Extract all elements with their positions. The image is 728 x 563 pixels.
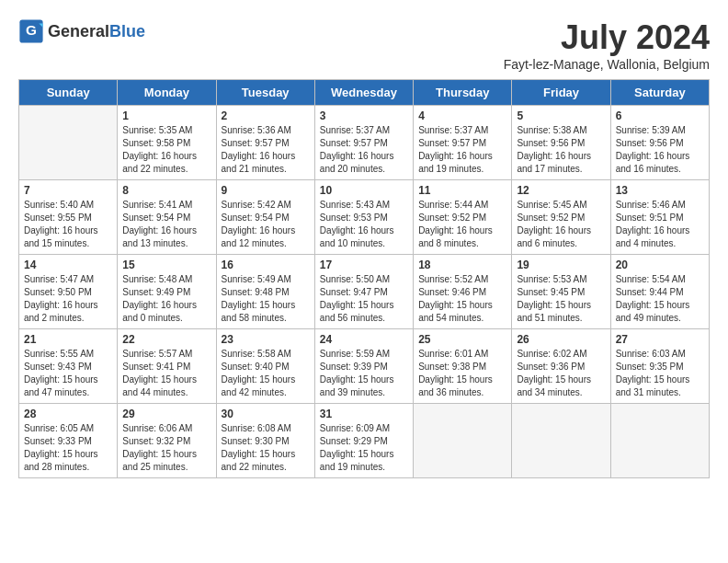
calendar-body: 1Sunrise: 5:35 AM Sunset: 9:58 PM Daylig… xyxy=(19,106,710,478)
calendar-cell xyxy=(610,404,709,478)
calendar-cell: 16Sunrise: 5:49 AM Sunset: 9:48 PM Dayli… xyxy=(216,255,314,329)
day-number: 21 xyxy=(24,333,112,346)
day-info: Sunrise: 5:35 AM Sunset: 9:58 PM Dayligh… xyxy=(122,124,210,176)
calendar-cell: 24Sunrise: 5:59 AM Sunset: 9:39 PM Dayli… xyxy=(314,329,413,404)
logo-text-general: General xyxy=(48,22,109,40)
day-number: 11 xyxy=(418,184,506,197)
calendar-cell: 23Sunrise: 5:58 AM Sunset: 9:40 PM Dayli… xyxy=(216,329,314,404)
calendar-cell: 14Sunrise: 5:47 AM Sunset: 9:50 PM Dayli… xyxy=(19,255,118,329)
day-info: Sunrise: 5:46 AM Sunset: 9:51 PM Dayligh… xyxy=(616,199,704,250)
day-info: Sunrise: 5:43 AM Sunset: 9:53 PM Dayligh… xyxy=(320,199,408,250)
calendar-header: SundayMondayTuesdayWednesdayThursdayFrid… xyxy=(19,80,710,106)
day-number: 20 xyxy=(616,259,704,271)
header-day-tuesday: Tuesday xyxy=(216,80,314,106)
title-block: July 2024 Fayt-lez-Manage, Wallonia, Bel… xyxy=(504,18,710,72)
day-number: 26 xyxy=(517,333,605,346)
day-number: 10 xyxy=(320,184,408,197)
calendar-cell: 10Sunrise: 5:43 AM Sunset: 9:53 PM Dayli… xyxy=(314,180,413,255)
day-info: Sunrise: 5:37 AM Sunset: 9:57 PM Dayligh… xyxy=(418,124,506,176)
calendar-cell: 22Sunrise: 5:57 AM Sunset: 9:41 PM Dayli… xyxy=(118,329,216,404)
day-number: 3 xyxy=(320,109,408,122)
day-info: Sunrise: 5:52 AM Sunset: 9:46 PM Dayligh… xyxy=(418,273,506,325)
header-day-saturday: Saturday xyxy=(610,80,709,106)
calendar-cell xyxy=(512,404,610,478)
calendar-title: July 2024 xyxy=(504,18,710,57)
day-number: 1 xyxy=(122,109,210,122)
calendar-cell: 5Sunrise: 5:38 AM Sunset: 9:56 PM Daylig… xyxy=(512,106,610,180)
calendar-cell: 27Sunrise: 6:03 AM Sunset: 9:35 PM Dayli… xyxy=(610,329,709,404)
calendar-table: SundayMondayTuesdayWednesdayThursdayFrid… xyxy=(18,79,710,478)
day-number: 8 xyxy=(122,184,210,197)
calendar-cell xyxy=(19,106,118,180)
day-number: 23 xyxy=(222,333,310,346)
calendar-cell: 3Sunrise: 5:37 AM Sunset: 9:57 PM Daylig… xyxy=(314,106,413,180)
header-day-thursday: Thursday xyxy=(414,80,512,106)
header-day-friday: Friday xyxy=(512,80,610,106)
day-number: 22 xyxy=(122,333,210,346)
day-info: Sunrise: 5:55 AM Sunset: 9:43 PM Dayligh… xyxy=(24,348,112,399)
day-number: 24 xyxy=(320,333,408,346)
day-number: 17 xyxy=(320,259,408,271)
day-info: Sunrise: 6:01 AM Sunset: 9:38 PM Dayligh… xyxy=(418,348,506,399)
header-day-sunday: Sunday xyxy=(19,80,118,106)
day-info: Sunrise: 5:41 AM Sunset: 9:54 PM Dayligh… xyxy=(122,199,210,250)
calendar-cell: 2Sunrise: 5:36 AM Sunset: 9:57 PM Daylig… xyxy=(216,106,314,180)
day-info: Sunrise: 6:02 AM Sunset: 9:36 PM Dayligh… xyxy=(517,348,605,399)
day-number: 25 xyxy=(418,333,506,346)
logo: G GeneralBlue xyxy=(18,18,145,44)
day-info: Sunrise: 5:36 AM Sunset: 9:57 PM Dayligh… xyxy=(222,124,310,176)
calendar-week-5: 28Sunrise: 6:05 AM Sunset: 9:33 PM Dayli… xyxy=(19,404,710,478)
day-number: 15 xyxy=(122,259,210,271)
day-number: 31 xyxy=(320,408,408,420)
calendar-cell: 21Sunrise: 5:55 AM Sunset: 9:43 PM Dayli… xyxy=(19,329,118,404)
page-header: G GeneralBlue July 2024 Fayt-lez-Manage,… xyxy=(18,18,710,72)
day-number: 6 xyxy=(616,109,704,122)
calendar-cell: 18Sunrise: 5:52 AM Sunset: 9:46 PM Dayli… xyxy=(414,255,512,329)
day-number: 5 xyxy=(517,109,605,122)
calendar-cell: 26Sunrise: 6:02 AM Sunset: 9:36 PM Dayli… xyxy=(512,329,610,404)
day-number: 12 xyxy=(517,184,605,197)
day-number: 27 xyxy=(616,333,704,346)
day-number: 4 xyxy=(418,109,506,122)
day-info: Sunrise: 5:39 AM Sunset: 9:56 PM Dayligh… xyxy=(616,124,704,176)
calendar-week-3: 14Sunrise: 5:47 AM Sunset: 9:50 PM Dayli… xyxy=(19,255,710,329)
day-info: Sunrise: 5:54 AM Sunset: 9:44 PM Dayligh… xyxy=(616,273,704,325)
day-info: Sunrise: 5:53 AM Sunset: 9:45 PM Dayligh… xyxy=(517,273,605,325)
calendar-cell: 31Sunrise: 6:09 AM Sunset: 9:29 PM Dayli… xyxy=(314,404,413,478)
calendar-cell: 19Sunrise: 5:53 AM Sunset: 9:45 PM Dayli… xyxy=(512,255,610,329)
day-info: Sunrise: 5:48 AM Sunset: 9:49 PM Dayligh… xyxy=(122,273,210,325)
day-info: Sunrise: 5:57 AM Sunset: 9:41 PM Dayligh… xyxy=(122,348,210,399)
day-info: Sunrise: 5:45 AM Sunset: 9:52 PM Dayligh… xyxy=(517,199,605,250)
calendar-cell: 20Sunrise: 5:54 AM Sunset: 9:44 PM Dayli… xyxy=(610,255,709,329)
header-day-monday: Monday xyxy=(118,80,216,106)
day-number: 19 xyxy=(517,259,605,271)
day-info: Sunrise: 6:09 AM Sunset: 9:29 PM Dayligh… xyxy=(320,422,408,474)
day-number: 28 xyxy=(24,408,112,420)
calendar-cell: 8Sunrise: 5:41 AM Sunset: 9:54 PM Daylig… xyxy=(118,180,216,255)
day-info: Sunrise: 5:37 AM Sunset: 9:57 PM Dayligh… xyxy=(320,124,408,176)
day-info: Sunrise: 6:06 AM Sunset: 9:32 PM Dayligh… xyxy=(122,422,210,474)
day-number: 2 xyxy=(222,109,310,122)
calendar-cell: 17Sunrise: 5:50 AM Sunset: 9:47 PM Dayli… xyxy=(314,255,413,329)
calendar-cell: 13Sunrise: 5:46 AM Sunset: 9:51 PM Dayli… xyxy=(610,180,709,255)
logo-text-blue: Blue xyxy=(109,22,145,40)
calendar-cell: 11Sunrise: 5:44 AM Sunset: 9:52 PM Dayli… xyxy=(414,180,512,255)
day-number: 13 xyxy=(616,184,704,197)
day-info: Sunrise: 6:05 AM Sunset: 9:33 PM Dayligh… xyxy=(24,422,112,474)
day-info: Sunrise: 5:49 AM Sunset: 9:48 PM Dayligh… xyxy=(222,273,310,325)
day-number: 30 xyxy=(222,408,310,420)
calendar-cell: 1Sunrise: 5:35 AM Sunset: 9:58 PM Daylig… xyxy=(118,106,216,180)
header-day-wednesday: Wednesday xyxy=(314,80,413,106)
header-row: SundayMondayTuesdayWednesdayThursdayFrid… xyxy=(19,80,710,106)
calendar-cell: 28Sunrise: 6:05 AM Sunset: 9:33 PM Dayli… xyxy=(19,404,118,478)
calendar-cell: 4Sunrise: 5:37 AM Sunset: 9:57 PM Daylig… xyxy=(414,106,512,180)
calendar-subtitle: Fayt-lez-Manage, Wallonia, Belgium xyxy=(504,57,710,72)
logo-icon: G xyxy=(18,18,44,44)
day-number: 18 xyxy=(418,259,506,271)
calendar-cell: 12Sunrise: 5:45 AM Sunset: 9:52 PM Dayli… xyxy=(512,180,610,255)
svg-text:G: G xyxy=(26,22,37,38)
calendar-cell: 25Sunrise: 6:01 AM Sunset: 9:38 PM Dayli… xyxy=(414,329,512,404)
calendar-cell: 9Sunrise: 5:42 AM Sunset: 9:54 PM Daylig… xyxy=(216,180,314,255)
calendar-week-2: 7Sunrise: 5:40 AM Sunset: 9:55 PM Daylig… xyxy=(19,180,710,255)
day-info: Sunrise: 5:40 AM Sunset: 9:55 PM Dayligh… xyxy=(24,199,112,250)
